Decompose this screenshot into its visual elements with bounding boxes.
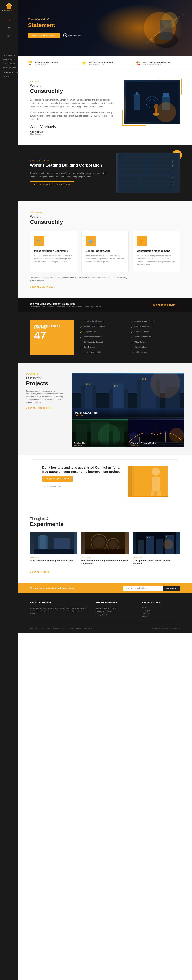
about-right <box>124 80 180 124</box>
counter-item-12: ✓ Critical thinking <box>131 346 180 349</box>
view-all-services-link[interactable]: View All Services → <box>30 286 180 288</box>
hero-section: Know About Mission Statement DISCOVER OU… <box>18 0 192 56</box>
footer-link-1[interactable]: Our Projects <box>142 610 180 612</box>
newsletter-subscribe-button[interactable]: SUBSCRIBE <box>163 585 180 591</box>
footer-bottom-link-0[interactable]: SERVICES <box>30 627 39 629</box>
counter-item-3: ✓ Performance Measures <box>80 336 129 339</box>
stats-bar: 🏆 We Have ISO Certificate Nr ISO-7788-20… <box>18 56 192 70</box>
blog-image-2 <box>133 532 180 554</box>
counter-item-10: ✓ Technical Objectives <box>131 336 180 339</box>
sidebar-item-contact[interactable]: CONTACT <box>2 74 16 78</box>
svg-rect-1 <box>8 6 9 9</box>
svg-rect-73 <box>151 491 154 496</box>
bullet-icon: ✓ <box>131 351 133 355</box>
dark-left: WORLD'S LEADING World's Leading Building… <box>30 159 108 187</box>
footer-bottom-link-2[interactable]: DISCLAIMER <box>53 627 64 629</box>
sidebar-item-our-services[interactable]: OUR SERVICES <box>2 66 16 70</box>
request-quotation-button[interactable]: REQUEST QUOTATION <box>42 476 73 482</box>
footer-copyright: © 2016 Craft User. Design by Thomas Grou… <box>152 627 180 629</box>
footer-bottom: SERVICES AFFILIATE DISCLAIMER PRIVACY PO… <box>30 624 180 629</box>
svg-rect-19 <box>163 93 169 97</box>
email-icon[interactable]: ✉ <box>6 17 12 23</box>
logo[interactable]: CONSTRUCTIFY <box>0 0 18 14</box>
view-all-posts-link[interactable]: View All Posts → <box>30 571 180 573</box>
project-item-design[interactable]: Design The VIEW MORE <box>72 420 128 447</box>
blog-title-2[interactable]: GTB appoints Peter Lauener as new chairm… <box>133 559 180 565</box>
bullet-icon: ✓ <box>80 351 82 355</box>
location-icon[interactable]: ⊕ <box>6 25 12 31</box>
service-icon-management: 🏗️ <box>137 236 147 247</box>
bullet-icon: ✓ <box>80 325 82 329</box>
blog-title-0[interactable]: Lang O'Rourke: Moves, projects and bids <box>30 559 78 562</box>
footer-hour-0: Monday - Friday: 9:00 - 18:00 <box>95 607 133 610</box>
footer-link-3[interactable]: About Us <box>142 616 180 617</box>
svg-rect-72 <box>152 477 160 491</box>
svg-rect-91 <box>156 539 163 554</box>
footer-bottom-link-4[interactable]: CAREERS <box>84 627 92 629</box>
sidebar-social-icons: ✉ ⊕ ☏ ⊞ <box>0 14 18 50</box>
footer-link-0[interactable]: Our Services <box>142 607 180 609</box>
svg-point-71 <box>152 468 160 476</box>
sidebar-item-homepage[interactable]: HOMEPAGE ▶ <box>2 53 16 57</box>
footer-bottom-links: SERVICES AFFILIATE DISCLAIMER PRIVACY PO… <box>30 627 92 629</box>
responsibility-button[interactable]: OUR RESPONSIBILITY <box>148 302 180 308</box>
stat-item-experienced: 🏗️ Most Experienced Company Of the const… <box>132 59 186 67</box>
service-title-management: Construction Management <box>137 249 176 252</box>
watch-video-button[interactable]: ▶ WATCH VIDEO <box>63 33 81 37</box>
main-content: Know About Mission Statement DISCOVER OU… <box>18 0 192 633</box>
sidebar-item-projects[interactable]: PROJECTS ▶ <box>2 57 16 62</box>
svg-rect-90 <box>146 536 154 554</box>
sidebar-item-other-pages[interactable]: OTHER PAGES ▶ <box>2 62 16 66</box>
svg-rect-76 <box>133 466 134 496</box>
banner-title: We will Make Your Dream Come True <box>30 302 101 305</box>
counter-item-5: ✓ Core Trainings <box>80 346 129 349</box>
banner-left: We will Make Your Dream Come True We are… <box>30 302 101 308</box>
svg-rect-22 <box>155 108 157 115</box>
project-link-design[interactable]: VIEW MORE <box>74 444 125 446</box>
link-icon[interactable]: ⊞ <box>6 41 12 47</box>
view-all-projects-link[interactable]: View All Projects → <box>26 407 66 409</box>
footer-hour-1: Saturday: 9:00 - 14:00 <box>95 610 133 613</box>
hero-subtitle: Know About Mission <box>28 18 81 21</box>
logo-icon <box>5 3 13 10</box>
counter-item-1: ✓ Professional and Qualified <box>80 325 129 329</box>
about-section: About Us We are Constructify Based in Il… <box>18 70 192 145</box>
project-name-design: Design The <box>74 442 125 444</box>
svg-rect-79 <box>40 535 46 551</box>
company-profile-button[interactable]: ▶ View Company Profile Video <box>30 181 74 187</box>
footer-bottom-link-1[interactable]: AFFILIATE <box>41 627 50 629</box>
project-name-bridge: Chaban – Delmas Bridge <box>130 442 182 444</box>
dark-right: +63 9.7 REVIEW <box>116 153 180 193</box>
responsibility-banner: We will Make Your Dream Come True We are… <box>18 298 192 312</box>
footer-link-2[interactable]: Contact Us <box>142 612 180 614</box>
footer-bottom-link-3[interactable]: PRIVACY POLICY <box>67 627 81 629</box>
project-item-hotel[interactable]: Matan Grand Hotel VIEW MORE <box>72 372 184 418</box>
phone-icon[interactable]: ☏ <box>6 33 12 39</box>
service-card-preconstruction: 🔧 Preconstruction Estimating During the … <box>30 231 78 271</box>
cta-section: Don't hesitate and let's get started Con… <box>32 460 178 503</box>
newsletter-email-input[interactable] <box>124 585 163 591</box>
blog-date-1: July 18, 2016 <box>81 556 129 558</box>
projects-bottom-row: Design The VIEW MORE <box>72 420 184 447</box>
discover-button[interactable]: DISCOVER OUR WORKS <box>28 33 60 38</box>
bullet-icon: ✓ <box>131 341 133 344</box>
footer: About Company We are committed to provid… <box>18 593 192 633</box>
cta-title: Don't hesitate and let's get started Con… <box>42 466 124 474</box>
cta-right <box>128 466 168 496</box>
vertical-text: INNOVATIVE EXCELLENCE <box>172 160 174 186</box>
footer-hours: Monday - Friday: 9:00 - 18:00 Saturday: … <box>95 607 133 617</box>
newsletter-text: newsletter - get updates with latest top… <box>34 587 74 589</box>
svg-rect-75 <box>128 466 132 496</box>
about-title: We are Constructify <box>30 84 116 94</box>
stat-text-experienced: Most Experienced Company Of the construc… <box>143 61 171 65</box>
blog-title-1[interactable]: How to turn Victorian gasholders into lu… <box>81 559 129 565</box>
blog-cards: July 6, 2016 Lang O'Rourke: Moves, proje… <box>30 532 180 567</box>
project-link-bridge[interactable]: VIEW MORE <box>130 444 182 446</box>
sidebar-item-news[interactable]: NEWS & ARTICLES <box>2 70 16 74</box>
dark-label: WORLD'S LEADING <box>30 159 108 162</box>
project-item-bridge[interactable]: Chaban – Delmas Bridge VIEW MORE <box>129 420 184 447</box>
dark-section: WORLD'S LEADING World's Leading Building… <box>18 145 192 201</box>
cta-phone: Toll Free: 1-800-981-0043 <box>42 484 124 488</box>
project-link-hotel[interactable]: VIEW MORE <box>75 415 181 416</box>
cta-wrapper: Don't hesitate and let's get started Con… <box>18 455 192 507</box>
